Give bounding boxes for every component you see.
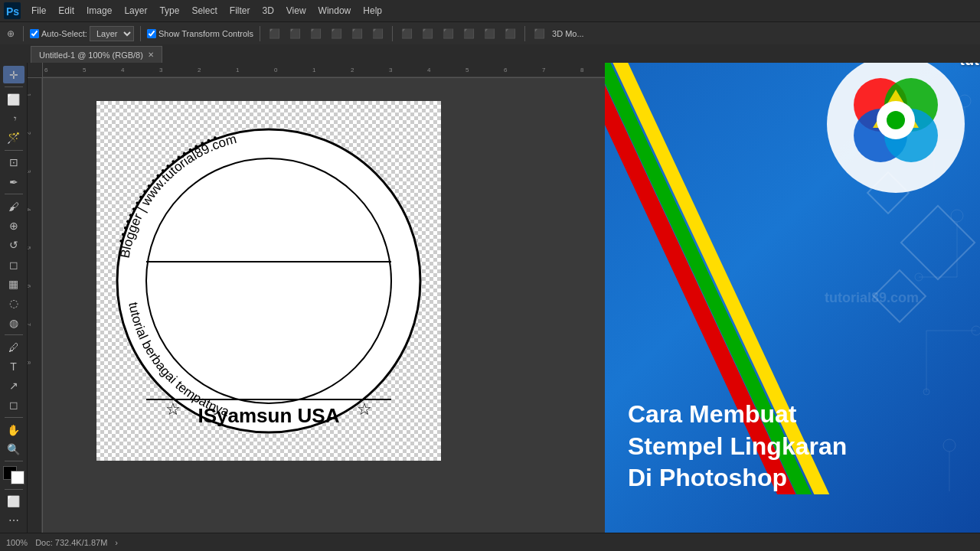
svg-text:8: 8 bbox=[28, 361, 31, 364]
clone-stamp-tool[interactable]: ⊕ bbox=[3, 217, 24, 234]
menu-type[interactable]: Type bbox=[154, 4, 185, 18]
svg-text:2: 2 bbox=[198, 67, 201, 73]
distribute-icon-1[interactable]: ⬛ bbox=[399, 27, 415, 41]
extra-tools-icon[interactable]: ⋯ bbox=[3, 512, 24, 530]
show-transform-checkbox[interactable] bbox=[147, 29, 156, 38]
ruler-horizontal: 6 5 4 3 2 1 0 1 2 3 4 5 6 7 8 9 bbox=[43, 63, 605, 78]
menu-edit[interactable]: Edit bbox=[53, 4, 80, 18]
shape-tool[interactable]: ◻ bbox=[3, 396, 24, 414]
tool-separator-6 bbox=[5, 461, 23, 461]
distribute-icon-4[interactable]: ⬛ bbox=[461, 27, 477, 41]
tool-separator-5 bbox=[5, 417, 23, 418]
path-selection-tool[interactable]: ↗ bbox=[3, 377, 24, 395]
distribute-icon-6[interactable]: ⬛ bbox=[502, 27, 518, 41]
zoom-level: 100% bbox=[6, 538, 28, 547]
svg-text:1: 1 bbox=[28, 93, 31, 96]
lasso-tool[interactable]: 𝄾 bbox=[3, 109, 24, 127]
divider-5 bbox=[524, 26, 525, 41]
menu-filter[interactable]: Filter bbox=[224, 4, 256, 18]
menu-select[interactable]: Select bbox=[186, 4, 222, 18]
svg-text:1: 1 bbox=[312, 67, 316, 73]
auto-select-checkbox[interactable] bbox=[30, 29, 39, 38]
gradient-tool[interactable]: ▦ bbox=[3, 275, 24, 292]
svg-text:2: 2 bbox=[351, 67, 354, 73]
stamp-svg: ☆ ☆ ISyamsun USA Blogger | www.tutorial8… bbox=[96, 101, 441, 461]
eraser-tool[interactable]: ◻ bbox=[3, 256, 24, 273]
3d-mode-label: 3D Mo... bbox=[552, 29, 584, 38]
move-tool[interactable]: ✛ bbox=[3, 66, 24, 83]
status-arrow[interactable]: › bbox=[115, 538, 118, 547]
auto-select-checkbox-group: Auto-Select: Layer bbox=[30, 26, 134, 41]
logo-area: tutorial89.com bbox=[819, 63, 972, 201]
pen-tool[interactable]: 🖊 bbox=[3, 338, 24, 356]
svg-text:2: 2 bbox=[28, 132, 31, 135]
canvas-area: 6 5 4 3 2 1 0 1 2 3 4 5 6 7 8 9 bbox=[28, 63, 605, 533]
color-picker[interactable] bbox=[3, 466, 24, 484]
svg-text:5: 5 bbox=[83, 67, 87, 73]
divider-3 bbox=[260, 26, 260, 41]
distribute-icon-5[interactable]: ⬛ bbox=[482, 27, 498, 41]
marquee-tool[interactable]: ⬜ bbox=[3, 90, 24, 108]
dodge-tool[interactable]: ◍ bbox=[3, 314, 24, 331]
align-middle-icon[interactable]: ⬛ bbox=[349, 27, 365, 41]
right-panel: tutorial89.com tutorial89.com Cara Membu… bbox=[605, 63, 980, 533]
divider-2 bbox=[140, 26, 141, 41]
menu-image[interactable]: Image bbox=[81, 4, 117, 18]
svg-text:6: 6 bbox=[44, 67, 48, 73]
top-toolbar: ⊕ Auto-Select: Layer Show Transform Cont… bbox=[0, 21, 980, 44]
auto-select-dropdown[interactable]: Layer bbox=[90, 26, 134, 41]
work-area: ☆ ☆ ISyamsun USA Blogger | www.tutorial8… bbox=[43, 78, 605, 533]
eyedropper-tool[interactable]: ✒ bbox=[3, 173, 24, 191]
main-layout: ✛ ⬜ 𝄾 🪄 ⊡ ✒ 🖌 ⊕ ↺ ◻ ▦ ◌ ◍ 🖊 T ↗ ◻ ✋ 🔍 ⬜ … bbox=[0, 63, 980, 533]
svg-text:0: 0 bbox=[274, 67, 278, 73]
move-tool-icon[interactable]: ⊕ bbox=[5, 27, 17, 41]
tab-close-button[interactable]: ✕ bbox=[148, 51, 154, 59]
ps-logo: Ps bbox=[3, 2, 21, 20]
hand-tool[interactable]: ✋ bbox=[3, 421, 24, 439]
tool-separator-7 bbox=[5, 489, 23, 490]
tool-separator-3 bbox=[5, 194, 23, 194]
tool-separator-1 bbox=[5, 86, 23, 87]
crop-tool[interactable]: ⊡ bbox=[3, 154, 24, 171]
3d-mode-icon[interactable]: ⬛ bbox=[531, 27, 547, 41]
svg-text:7: 7 bbox=[28, 323, 31, 326]
text-tool[interactable]: T bbox=[3, 357, 24, 375]
align-top-icon[interactable]: ⬛ bbox=[328, 27, 345, 41]
tutorial-title-line3: Di Photoshop bbox=[628, 462, 957, 494]
align-right-icon[interactable]: ⬛ bbox=[308, 27, 324, 41]
svg-text:6: 6 bbox=[28, 285, 31, 288]
blur-tool[interactable]: ◌ bbox=[3, 295, 24, 312]
magic-wand-tool[interactable]: 🪄 bbox=[3, 129, 24, 147]
history-brush-tool[interactable]: ↺ bbox=[3, 236, 24, 254]
distribute-icon-3[interactable]: ⬛ bbox=[440, 27, 456, 41]
svg-text:3: 3 bbox=[28, 170, 31, 173]
svg-text:☆: ☆ bbox=[357, 399, 372, 419]
zoom-tool[interactable]: 🔍 bbox=[3, 440, 24, 458]
svg-text:4: 4 bbox=[28, 208, 31, 211]
align-left-icon[interactable]: ⬛ bbox=[266, 27, 283, 41]
distribute-icon-2[interactable]: ⬛ bbox=[420, 27, 436, 41]
tool-separator-4 bbox=[5, 334, 23, 335]
tutorial-title-line2: Stempel Lingkaran bbox=[628, 431, 957, 463]
tool-separator-2 bbox=[5, 150, 23, 151]
menu-file[interactable]: File bbox=[26, 4, 51, 18]
menu-window[interactable]: Window bbox=[313, 4, 357, 18]
menu-view[interactable]: View bbox=[281, 4, 312, 18]
screen-mode-icon[interactable]: ⬜ bbox=[3, 492, 24, 510]
divider-1 bbox=[23, 26, 24, 41]
menu-layer[interactable]: Layer bbox=[119, 4, 152, 18]
svg-text:6: 6 bbox=[504, 67, 508, 73]
document-tab[interactable]: Untitled-1 @ 100% (RGB/8) ✕ bbox=[31, 46, 162, 63]
svg-text:4: 4 bbox=[427, 67, 431, 73]
status-bar: 100% Doc: 732.4K/1.87M › bbox=[0, 533, 980, 551]
svg-text:4: 4 bbox=[121, 67, 125, 73]
tutorial-title-line1: Cara Membuat bbox=[628, 399, 957, 431]
menu-3d[interactable]: 3D bbox=[256, 4, 279, 18]
show-transform-checkbox-group: Show Transform Controls bbox=[147, 29, 253, 38]
svg-text:☆: ☆ bbox=[165, 399, 181, 419]
menu-help[interactable]: Help bbox=[358, 4, 387, 18]
align-center-icon[interactable]: ⬛ bbox=[287, 27, 303, 41]
ruler-vertical: 1 2 3 4 5 6 7 8 bbox=[28, 78, 43, 533]
align-bottom-icon[interactable]: ⬛ bbox=[370, 27, 386, 41]
brush-tool[interactable]: 🖌 bbox=[3, 197, 24, 215]
